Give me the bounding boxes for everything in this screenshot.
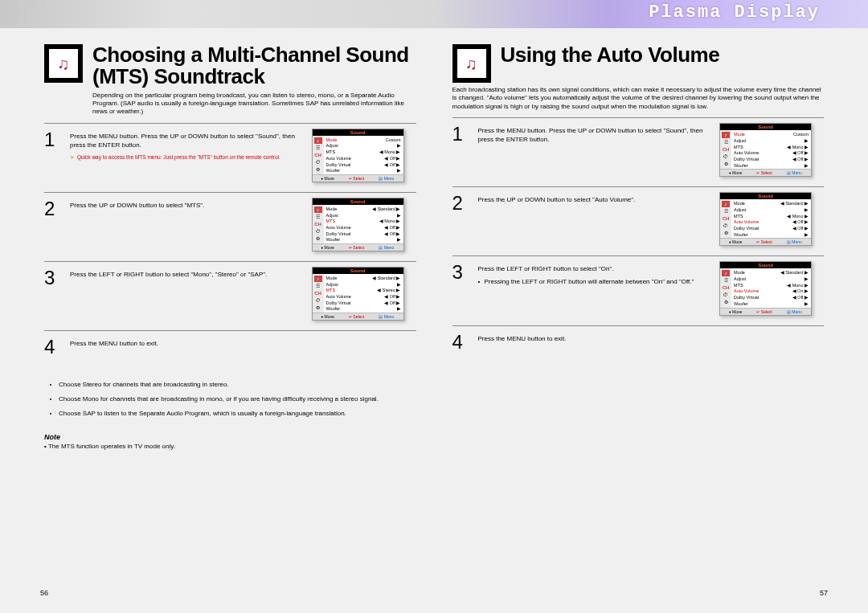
menu-row: Adjust▶ <box>734 138 809 145</box>
step-body: Press the LEFT or RIGHT button to select… <box>70 267 304 321</box>
menu-row: Woofer▶ <box>734 163 809 170</box>
menu-row: Woofer▶ <box>734 301 809 308</box>
music-icon: ♫ <box>452 44 491 83</box>
menu-row: Woofer▶ <box>326 306 401 313</box>
note-label: Note <box>44 433 416 441</box>
menu-row: ModeCustom <box>326 137 401 144</box>
menu-row: Dolby Virtual◀ Off ▶ <box>326 162 401 169</box>
page-content: ♫ Choosing a Multi-Channel Sound (MTS) S… <box>0 28 868 450</box>
screen-footer: ♦ Move↵ Select▤ Menu <box>313 174 403 182</box>
step-number: 3 <box>452 261 470 315</box>
heading-row-left: ♫ Choosing a Multi-Channel Sound (MTS) S… <box>44 44 416 88</box>
page-number-right: 57 <box>820 589 828 597</box>
screen-thumbnail: Sound ♪ ☰ CH ⏱ ⚙ Mode◀ Standard ▶Adjust▶… <box>719 192 824 246</box>
menu-row: Mode◀ Standard ▶ <box>326 206 401 213</box>
screen-sidebar-icons: ♪ ☰ CH ⏱ ⚙ <box>720 130 731 169</box>
screen-title: Sound <box>313 268 403 274</box>
menu-row: MTS◀ Mono ▶ <box>734 214 809 220</box>
screen-footer: ♦ Move↵ Select▤ Menu <box>313 313 403 320</box>
step: 2 Press the UP or DOWN button to select … <box>44 192 416 261</box>
screen-sidebar-icons: ♪ ☰ CH ⏱ ⚙ <box>720 268 731 307</box>
menu-row: Woofer▶ <box>326 168 401 174</box>
menu-row: Auto Volume◀ On ▶ <box>734 288 809 295</box>
menu-row: Auto Volume◀ Off ▶ <box>326 294 401 300</box>
menu-row: MTS◀ Mono ▶ <box>734 283 809 289</box>
menu-row: Adjust▶ <box>326 213 401 219</box>
screen-title: Sound <box>720 193 811 199</box>
step-number: 3 <box>44 267 62 321</box>
screen-thumbnail: Sound ♪ ☰ CH ⏱ ⚙ ModeCustomAdjust▶MTS◀ M… <box>719 123 824 177</box>
menu-row: Dolby Virtual◀ Off ▶ <box>734 226 809 232</box>
step-body: Press the LEFT or RIGHT button to select… <box>478 261 712 315</box>
menu-row: MTS◀ Stereo ▶ <box>326 288 401 294</box>
step: 1 Press the MENU button. Press the UP or… <box>44 123 416 192</box>
step: 3 Press the LEFT or RIGHT button to sele… <box>44 261 416 330</box>
step-number: 4 <box>452 331 470 354</box>
music-icon: ♫ <box>44 44 83 83</box>
menu-row: Auto Volume◀ Off ▶ <box>326 156 401 162</box>
menu-row: Adjust▶ <box>734 207 809 214</box>
menu-row: Auto Volume◀ Off ▶ <box>326 225 401 231</box>
right-column: ♫ Using the Auto Volume Each broadcastin… <box>428 44 837 450</box>
step: 4 Press the MENU button to exit. <box>452 325 825 364</box>
menu-row: Woofer▶ <box>734 232 809 239</box>
intro-right: Each broadcasting station has its own si… <box>452 86 825 111</box>
menu-row: Auto Volume◀ Off ▶ <box>734 219 809 226</box>
menu-row: MTS◀ Mono ▶ <box>326 149 401 156</box>
step: 1 Press the MENU button. Press the UP or… <box>452 117 825 186</box>
intro-left: Depending on the particular program bein… <box>92 92 416 116</box>
menu-row: Mode◀ Standard ▶ <box>734 270 809 276</box>
screen-sidebar-icons: ♪ ☰ CH ⏱ ⚙ <box>313 205 324 243</box>
menu-row: Mode◀ Standard ▶ <box>734 201 809 207</box>
menu-row: Mode◀ Standard ▶ <box>326 276 401 282</box>
screen-thumbnail: Sound ♪ ☰ CH ⏱ ⚙ Mode◀ Standard ▶Adjust▶… <box>312 267 416 321</box>
menu-row: Dolby Virtual◀ Off ▶ <box>326 231 401 238</box>
menu-row: Dolby Virtual◀ Off ▶ <box>734 295 809 301</box>
menu-row: Dolby Virtual◀ Off ▶ <box>734 157 809 163</box>
step-number: 4 <box>44 336 62 359</box>
sub-note: Pressing the LEFT or RIGHT button will a… <box>478 277 712 286</box>
bullet-item: Choose SAP to listen to the Separate Aud… <box>59 409 416 419</box>
screen-sidebar-icons: ♪ ☰ CH ⏱ ⚙ <box>720 199 731 238</box>
heading-row-right: ♫ Using the Auto Volume <box>452 44 825 83</box>
screen-thumbnail: Sound ♪ ☰ CH ⏱ ⚙ Mode◀ Standard ▶Adjust▶… <box>719 261 824 315</box>
step: 3 Press the LEFT or RIGHT button to sele… <box>452 255 825 325</box>
banner-title: Plasma Display <box>649 2 820 22</box>
screen-title: Sound <box>313 198 403 205</box>
screen-thumbnail: Sound ♪ ☰ CH ⏱ ⚙ ModeCustomAdjust▶MTS◀ M… <box>312 129 416 182</box>
step: 2 Press the UP or DOWN button to select … <box>452 186 825 255</box>
heading-right: Using the Auto Volume <box>501 44 720 83</box>
menu-row: ModeCustom <box>734 132 809 138</box>
screen-title: Sound <box>313 129 403 136</box>
quick-tip: ➤Quick way to access the MTS menu: Just … <box>70 154 304 161</box>
step-number: 2 <box>452 192 470 246</box>
left-column: ♫ Choosing a Multi-Channel Sound (MTS) S… <box>32 44 428 450</box>
step-body: Press the MENU button to exit. <box>478 331 825 354</box>
screen-footer: ♦ Move↵ Select▤ Menu <box>313 243 403 251</box>
menu-row: Adjust▶ <box>326 282 401 288</box>
step-body: Press the MENU button. Press the UP or D… <box>478 123 712 177</box>
screen-title: Sound <box>720 124 811 130</box>
screen-thumbnail: Sound ♪ ☰ CH ⏱ ⚙ Mode◀ Standard ▶Adjust▶… <box>312 198 416 251</box>
screen-footer: ♦ Move↵ Select▤ Menu <box>720 308 811 315</box>
step-body: Press the MENU button. Press the UP or D… <box>70 129 304 182</box>
page-number-left: 56 <box>40 589 48 597</box>
step-body: Press the UP or DOWN button to select "A… <box>478 192 712 246</box>
menu-row: Dolby Virtual◀ Off ▶ <box>326 300 401 307</box>
step-body: Press the UP or DOWN button to select "M… <box>70 198 304 251</box>
step: 4 Press the MENU button to exit. <box>44 330 416 369</box>
menu-row: Woofer▶ <box>326 237 401 243</box>
step-number: 1 <box>44 129 62 182</box>
step-number: 1 <box>452 123 470 177</box>
menu-row: MTS◀ Mono ▶ <box>326 219 401 225</box>
bullets-left: Choose Stereo for channels that are broa… <box>59 380 416 419</box>
heading-left: Choosing a Multi-Channel Sound (MTS) Sou… <box>92 44 416 88</box>
screen-footer: ♦ Move↵ Select▤ Menu <box>720 169 811 176</box>
note-text: • The MTS function operates in TV mode o… <box>44 443 416 450</box>
bullet-item: Choose Stereo for channels that are broa… <box>59 380 416 390</box>
step-body: Press the MENU button to exit. <box>70 336 416 359</box>
step-number: 2 <box>44 198 62 251</box>
menu-row: Adjust▶ <box>326 143 401 149</box>
top-banner: Plasma Display <box>0 0 868 28</box>
menu-row: Adjust▶ <box>734 276 809 283</box>
